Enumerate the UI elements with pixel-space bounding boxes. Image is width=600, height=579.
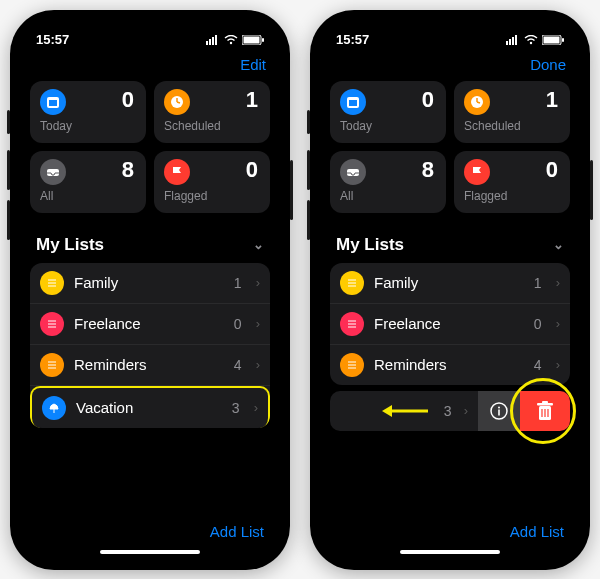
all-count: 8	[422, 157, 434, 183]
today-count: 0	[122, 87, 134, 113]
list-item-family[interactable]: Family 1 ›	[330, 263, 570, 304]
scheduled-label: Scheduled	[164, 119, 260, 133]
clock-icon	[464, 89, 490, 115]
add-list-button[interactable]: Add List	[210, 523, 264, 540]
notch	[390, 20, 510, 42]
home-indicator[interactable]	[100, 550, 200, 554]
battery-icon	[242, 35, 264, 45]
edit-button[interactable]: Edit	[240, 56, 266, 73]
chevron-right-icon: ›	[556, 316, 560, 331]
trash-icon	[535, 400, 555, 422]
list-item-count: 3	[232, 400, 240, 416]
home-indicator[interactable]	[400, 550, 500, 554]
summary-scheduled[interactable]: 1 Scheduled	[454, 81, 570, 143]
all-label: All	[340, 189, 436, 203]
svg-rect-7	[262, 38, 264, 42]
signal-icon	[206, 35, 220, 45]
list-bullet-icon	[340, 353, 364, 377]
list-item-reminders[interactable]: Reminders 4 ›	[330, 345, 570, 385]
svg-rect-24	[515, 35, 517, 45]
vol-down	[307, 200, 310, 240]
list-item-label: Family	[374, 274, 524, 291]
inbox-icon	[340, 159, 366, 185]
my-lists-header[interactable]: My Lists ⌄	[30, 231, 270, 263]
svg-rect-21	[506, 41, 508, 45]
summary-today[interactable]: 0 Today	[30, 81, 146, 143]
summary-flagged[interactable]: 0 Flagged	[454, 151, 570, 213]
svg-rect-6	[244, 36, 260, 43]
vol-up	[7, 150, 10, 190]
section-title: My Lists	[36, 235, 104, 255]
today-label: Today	[40, 119, 136, 133]
today-label: Today	[340, 119, 436, 133]
flagged-count: 0	[546, 157, 558, 183]
wifi-icon	[524, 35, 538, 45]
info-button[interactable]	[478, 391, 520, 431]
status-time: 15:57	[36, 32, 69, 47]
vol-up	[307, 150, 310, 190]
chevron-right-icon: ›	[556, 275, 560, 290]
summary-all[interactable]: 8 All	[330, 151, 446, 213]
flag-icon	[464, 159, 490, 185]
clock-icon	[164, 89, 190, 115]
done-button[interactable]: Done	[530, 56, 566, 73]
svg-rect-0	[206, 41, 208, 45]
swipe-row-vacation[interactable]: 3 ›	[330, 391, 570, 431]
chevron-right-icon: ›	[256, 316, 260, 331]
list-item-count: 0	[534, 316, 542, 332]
scheduled-count: 1	[246, 87, 258, 113]
chevron-right-icon: ›	[556, 357, 560, 372]
list-item-label: Vacation	[76, 399, 222, 416]
list-item-count: 3	[444, 403, 452, 419]
list-item-vacation[interactable]: Vacation 3 ›	[30, 386, 270, 428]
my-lists-header[interactable]: My Lists ⌄	[330, 231, 570, 263]
list-bullet-icon	[40, 353, 64, 377]
list-item-count: 0	[234, 316, 242, 332]
signal-icon	[506, 35, 520, 45]
list-item-label: Reminders	[374, 356, 524, 373]
delete-button[interactable]	[520, 391, 570, 431]
svg-rect-2	[212, 37, 214, 45]
flagged-count: 0	[246, 157, 258, 183]
svg-rect-28	[562, 38, 564, 42]
svg-rect-27	[544, 36, 560, 43]
svg-rect-3	[215, 35, 217, 45]
summary-scheduled[interactable]: 1 Scheduled	[154, 81, 270, 143]
list-item-count: 4	[234, 357, 242, 373]
status-time: 15:57	[336, 32, 369, 47]
add-list-button[interactable]: Add List	[510, 523, 564, 540]
list-item-family[interactable]: Family 1 ›	[30, 263, 270, 304]
all-label: All	[40, 189, 136, 203]
chevron-right-icon: ›	[464, 403, 468, 418]
list-item-freelance[interactable]: Freelance 0 ›	[30, 304, 270, 345]
svg-point-4	[230, 41, 232, 43]
list-item-label: Family	[74, 274, 224, 291]
list-item-count: 1	[234, 275, 242, 291]
chevron-right-icon: ›	[256, 357, 260, 372]
power-button	[290, 160, 293, 220]
calendar-icon	[40, 89, 66, 115]
chevron-down-icon: ⌄	[253, 237, 264, 252]
notch	[90, 20, 210, 42]
summary-all[interactable]: 8 All	[30, 151, 146, 213]
svg-point-25	[530, 41, 532, 43]
section-title: My Lists	[336, 235, 404, 255]
list-item-label: Freelance	[374, 315, 524, 332]
wifi-icon	[224, 35, 238, 45]
summary-flagged[interactable]: 0 Flagged	[154, 151, 270, 213]
svg-marker-43	[382, 405, 392, 417]
list-item-freelance[interactable]: Freelance 0 ›	[330, 304, 570, 345]
list-bullet-icon	[40, 312, 64, 336]
svg-point-45	[498, 406, 500, 408]
all-count: 8	[122, 157, 134, 183]
mute-switch	[7, 110, 10, 134]
battery-icon	[542, 35, 564, 45]
svg-rect-30	[349, 100, 357, 106]
inbox-icon	[40, 159, 66, 185]
phone-left: 15:57 Edit 0 Today	[10, 10, 290, 570]
mute-switch	[307, 110, 310, 134]
flag-icon	[164, 159, 190, 185]
list-item-reminders[interactable]: Reminders 4 ›	[30, 345, 270, 386]
summary-today[interactable]: 0 Today	[330, 81, 446, 143]
svg-rect-23	[512, 37, 514, 45]
